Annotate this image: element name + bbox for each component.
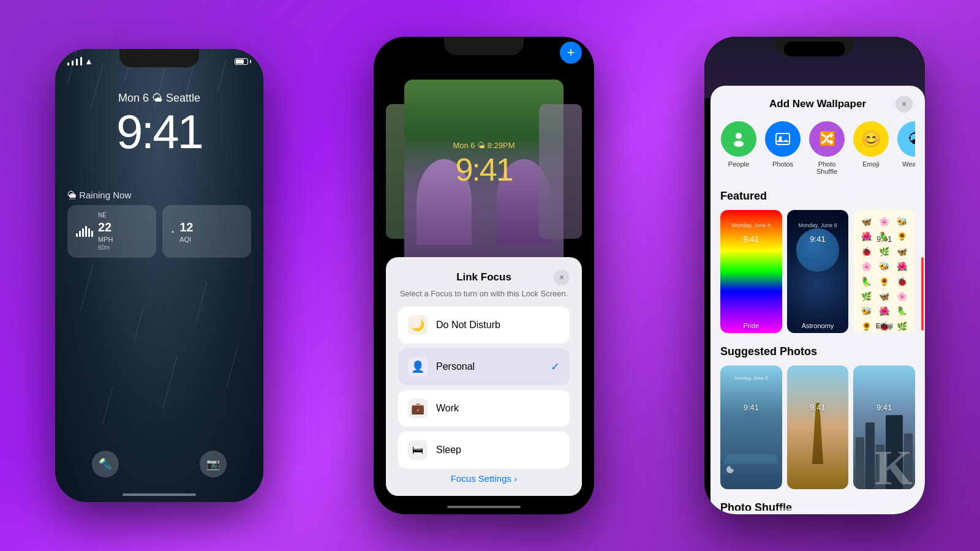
panel-title: Add New Wallpaper	[740, 98, 895, 110]
wind-info: NE 22 MPH 60m	[98, 211, 113, 252]
phone-lock-screen: ▲ Mon 6 🌤 Seattle 9:41 🌦 Raining Now	[55, 49, 263, 502]
aqi-icon: ·	[171, 223, 175, 239]
svg-rect-2	[776, 133, 790, 144]
sleep-label: Sleep	[436, 444, 560, 455]
work-label: Work	[436, 403, 560, 414]
modal-header: Link Focus ×	[398, 269, 570, 285]
wallpaper-pride[interactable]: 9:41 Monday, June 6 Pride	[720, 210, 782, 333]
dnd-label: Do Not Disturb	[436, 320, 560, 331]
wallpaper-desert[interactable]: 9:41	[787, 365, 849, 489]
type-people[interactable]: People	[720, 121, 757, 175]
photo-screen: PHOTO + Mon 6 🌤 8:29PM 9:41 Link Fo	[374, 37, 594, 514]
panel-header: Add New Wallpaper ×	[710, 86, 925, 119]
lock-time: 9:41	[55, 104, 263, 160]
phone-add-wallpaper: Add New Wallpaper × People	[704, 37, 925, 514]
svg-point-1	[734, 141, 744, 147]
watermark: K	[875, 440, 913, 496]
modal-close-button[interactable]: ×	[554, 269, 570, 285]
focus-option-personal[interactable]: 👤 Personal ✓	[398, 348, 570, 385]
focus-option-sleep[interactable]: 🛏 Sleep	[398, 432, 570, 468]
weather-type-icon: 🌤	[897, 121, 915, 157]
wind-bars	[76, 226, 93, 237]
camera-button[interactable]: 📷	[200, 451, 227, 478]
sleep-icon: 🛏	[408, 440, 428, 460]
wallpaper-astronomy[interactable]: 9:41 Monday, June 6 Astronomy	[787, 210, 849, 333]
lock-screen: ▲ Mon 6 🌤 Seattle 9:41 🌦 Raining Now	[55, 49, 263, 502]
cellular-signal	[67, 57, 82, 66]
wind-time: 60m	[98, 244, 113, 252]
type-shuffle-label: Photo Shuffle	[816, 160, 837, 175]
focus-option-work[interactable]: 💼 Work	[398, 390, 570, 427]
type-photos-label: Photos	[772, 160, 793, 168]
flashlight-icon: 🔦	[99, 457, 112, 471]
svg-point-0	[736, 133, 742, 139]
wind-unit: MPH	[98, 235, 113, 244]
emoji-type-icon: 😊	[853, 121, 889, 157]
photo-time-overlay-3: 9:41	[853, 403, 915, 412]
moon-icon	[725, 465, 735, 477]
type-photo-shuffle[interactable]: 🔀 Photo Shuffle	[809, 121, 845, 175]
wind-speed: 22	[98, 219, 113, 235]
astronomy-label: Astronomy	[787, 322, 849, 329]
photo-time-overlay-2: 9:41	[787, 403, 849, 412]
type-weather-label: Weather	[902, 160, 915, 168]
home-indicator-2[interactable]	[447, 506, 521, 508]
photo-time-overlay: Mon 6 🌤 8:29PM 9:41	[374, 141, 594, 188]
notch	[784, 42, 845, 56]
aqi-label: AQI	[179, 235, 193, 244]
bottom-quick-actions: 🔦 📷	[55, 451, 263, 478]
flashlight-button[interactable]: 🔦	[92, 451, 119, 478]
home-indicator-3[interactable]	[778, 508, 851, 511]
photos-type-icon	[765, 121, 801, 157]
featured-grid: 9:41 Monday, June 6 Pride 9:41 Monday, J…	[720, 210, 915, 333]
aqi-info: 12 AQI	[179, 219, 193, 244]
type-weather[interactable]: 🌤 Weather	[897, 121, 915, 175]
focus-settings-link[interactable]: Focus Settings ›	[398, 473, 570, 484]
link-focus-modal: Link Focus × Select a Focus to turn on w…	[386, 257, 582, 496]
people-type-icon	[721, 121, 756, 157]
panel-close-button[interactable]: ×	[895, 96, 913, 113]
phone-link-focus: PHOTO + Mon 6 🌤 8:29PM 9:41 Link Fo	[374, 37, 594, 514]
photo-shuffle-type-icon: 🔀	[809, 121, 845, 157]
type-photos[interactable]: Photos	[764, 121, 801, 175]
wallpaper-emoji[interactable]: 🦋🌸🐝 🌺🦜🌻 🐞🌿🦋 🌸🐝🌺 🦜🌻🐞 🌿🦋🌸 🐝🌺🦜 🌻🐞🌿	[853, 210, 915, 333]
signal-icons: ▲	[67, 56, 93, 66]
personal-label: Personal	[436, 361, 542, 372]
type-emoji[interactable]: 😊 Emoji	[853, 121, 889, 175]
focus-option-dnd[interactable]: 🌙 Do Not Disturb	[398, 307, 570, 343]
photo-date: Mon 6 🌤 8:29PM	[374, 141, 594, 150]
modal-subtitle: Select a Focus to turn on with this Lock…	[398, 289, 570, 298]
dnd-icon: 🌙	[408, 315, 428, 335]
battery-indicator	[235, 58, 251, 65]
checkmark-icon: ✓	[551, 360, 560, 373]
wallpaper-type-row: People Photos	[720, 119, 915, 178]
camera-icon: 📷	[206, 457, 220, 471]
add-button[interactable]: +	[560, 42, 582, 64]
weather-widget: 🌦 Raining Now NE 22 MPH	[67, 190, 251, 258]
type-emoji-label: Emoji	[862, 160, 880, 168]
featured-section-title: Featured	[720, 190, 915, 203]
wallpaper-screen: Add New Wallpaper × People	[704, 37, 925, 514]
weather-stats: NE 22 MPH 60m · 12 AQI	[67, 205, 251, 258]
pride-label: Pride	[720, 322, 782, 329]
emoji-wallpaper-grid: 🦋🌸🐝 🌺🦜🌻 🐞🌿🦋 🌸🐝🌺 🦜🌻🐞 🌿🦋🌸 🐝🌺🦜 🌻🐞🌿	[853, 210, 915, 333]
scroll-indicator	[921, 257, 924, 331]
photo-time: 9:41	[374, 151, 594, 188]
work-icon: 💼	[408, 399, 428, 418]
aqi-number: 12	[179, 219, 193, 235]
lock-date: Mon 6 🌤 Seattle	[55, 92, 263, 105]
photo-preview-area: Mon 6 🌤 8:29PM 9:41	[374, 67, 594, 276]
suggested-photos-title: Suggested Photos	[720, 345, 915, 358]
weather-condition: 🌦 Raining Now	[67, 190, 251, 200]
status-bar: ▲	[67, 56, 251, 66]
wifi-icon: ▲	[85, 56, 93, 66]
bridge-graphic	[720, 415, 782, 465]
wallpaper-bridge[interactable]: 9:41 Sunday, June 5	[720, 365, 782, 489]
personal-icon: 👤	[408, 357, 428, 377]
aqi-stat: · 12 AQI	[162, 205, 251, 258]
wind-direction: NE	[98, 211, 113, 219]
home-indicator[interactable]	[123, 493, 196, 496]
type-people-label: People	[728, 160, 749, 168]
photo-time-overlay: 9:41	[720, 403, 782, 412]
modal-title: Link Focus	[414, 271, 554, 283]
